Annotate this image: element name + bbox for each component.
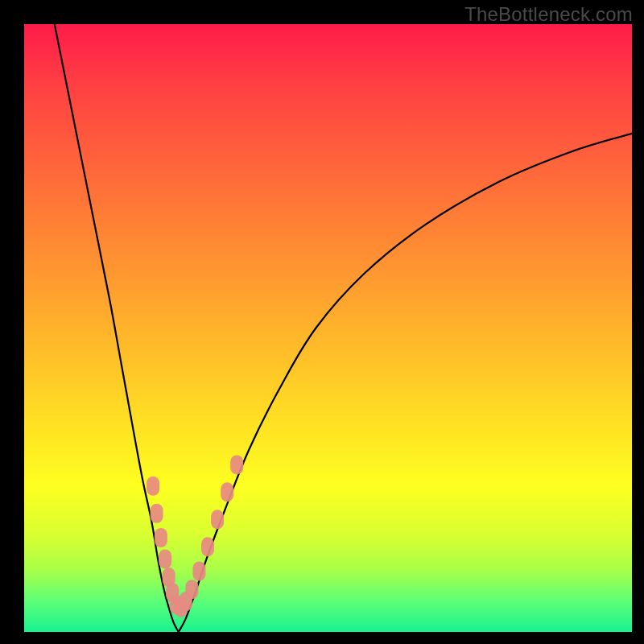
right-branch-path	[179, 134, 632, 632]
plot-area	[24, 24, 632, 632]
curve-layer	[24, 24, 632, 632]
attribution-label: TheBottleneck.com	[464, 3, 633, 26]
marker-group	[147, 455, 243, 617]
chart-frame: TheBottleneck.com	[0, 0, 644, 644]
marker-point	[185, 580, 198, 599]
marker-point	[192, 562, 205, 581]
marker-point	[155, 528, 167, 547]
marker-point	[221, 482, 233, 502]
marker-point	[201, 537, 214, 556]
marker-point	[211, 510, 224, 529]
marker-point	[230, 455, 243, 474]
marker-point	[151, 504, 163, 523]
marker-point	[147, 477, 159, 496]
marker-point	[159, 549, 171, 568]
right-branch-curve	[179, 134, 632, 632]
